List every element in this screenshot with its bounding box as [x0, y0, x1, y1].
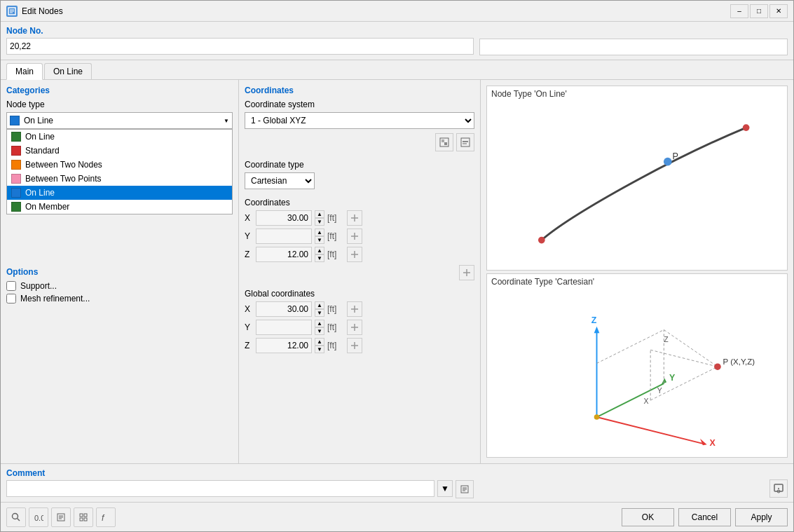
- svg-text:Z: Z: [664, 334, 669, 343]
- svg-point-56: [13, 513, 18, 519]
- dropdown-item-between-two-nodes[interactable]: Between Two Nodes: [7, 158, 232, 172]
- global-coord-z-spin-down[interactable]: ▼: [315, 346, 324, 353]
- global-coord-y-spin-up[interactable]: ▲: [315, 320, 324, 327]
- dropdown-item-between-two-points[interactable]: Between Two Points: [7, 172, 232, 186]
- coord-extra-action[interactable]: [459, 265, 474, 280]
- global-coord-x-spin-down[interactable]: ▼: [315, 309, 324, 317]
- coord-x-spin-up[interactable]: ▲: [315, 210, 324, 218]
- coord-type-select[interactable]: Cartesian: [245, 172, 315, 189]
- coord-system-row: 1 - Global XYZ: [245, 112, 474, 129]
- dropdown-item-on-member[interactable]: On Member: [7, 200, 232, 214]
- dropdown-item-label: On Line: [25, 188, 55, 198]
- coord-x-label: X: [245, 213, 253, 223]
- coord-y-spin-down[interactable]: ▼: [315, 236, 324, 244]
- toolbar-search-btn[interactable]: [6, 507, 26, 527]
- global-coord-y-input[interactable]: [256, 320, 312, 335]
- coord-type-label: Coordinate type: [245, 160, 474, 170]
- global-coord-z-label: Z: [245, 341, 253, 350]
- cartesian-diagram-title: Coordinate Type 'Cartesian': [487, 274, 787, 289]
- coord-z-spin-down[interactable]: ▼: [315, 254, 324, 262]
- mesh-refinement-checkbox[interactable]: [6, 294, 16, 303]
- global-coord-z-action[interactable]: [347, 338, 362, 353]
- coord-z-spin-up[interactable]: ▲: [315, 247, 324, 254]
- global-coord-z-input[interactable]: [256, 338, 312, 353]
- node-type-dropdown-wrapper: On Line ▼ On Line Standard: [6, 112, 233, 129]
- comment-input[interactable]: [6, 480, 434, 497]
- coord-x-action[interactable]: [347, 210, 362, 226]
- cartesian-svg: Z X Y: [487, 289, 787, 458]
- main-content: Categories Node type On Line ▼: [1, 80, 793, 463]
- right-comment-icon-btn[interactable]: [769, 479, 788, 498]
- coord-icon-btn-1[interactable]: [435, 133, 453, 151]
- cancel-button[interactable]: Cancel: [678, 508, 731, 526]
- toolbar-formula-btn[interactable]: f: [96, 507, 116, 527]
- minimize-button[interactable]: –: [730, 4, 748, 18]
- coord-x-spin-down[interactable]: ▼: [315, 218, 324, 226]
- node-no-input[interactable]: [6, 38, 474, 55]
- comment-icon-btn[interactable]: [456, 480, 474, 498]
- coord-y-input[interactable]: [256, 229, 312, 244]
- mesh-refinement-checkbox-item[interactable]: Mesh refinement...: [6, 294, 233, 303]
- dropdown-item-on-line-2[interactable]: On Line: [7, 186, 232, 200]
- coord-x-input[interactable]: [256, 210, 312, 226]
- svg-point-44: [714, 363, 721, 370]
- close-button[interactable]: ✕: [769, 4, 788, 18]
- coord-y-action[interactable]: [347, 229, 362, 244]
- coord-z-input[interactable]: [256, 247, 312, 262]
- node-no-right-input[interactable]: [479, 39, 788, 55]
- options-section: Options Support... Mesh refinement...: [6, 267, 233, 306]
- support-checkbox-item[interactable]: Support...: [6, 281, 233, 291]
- toolbar-value-btn[interactable]: 0.00: [29, 507, 48, 527]
- coordinates-title: Coordinates: [245, 86, 474, 95]
- mesh-refinement-label: Mesh refinement...: [20, 294, 90, 303]
- tab-on-line[interactable]: On Line: [44, 63, 92, 79]
- svg-text:f: f: [102, 513, 105, 522]
- global-coord-z-spin-up[interactable]: ▲: [315, 338, 324, 346]
- svg-point-43: [594, 414, 600, 420]
- node-type-dropdown[interactable]: On Line ▼: [6, 112, 233, 129]
- coord-system-select[interactable]: 1 - Global XYZ: [245, 112, 474, 129]
- maximize-button[interactable]: □: [750, 4, 768, 18]
- ok-button[interactable]: OK: [622, 508, 674, 526]
- coord-x-spinners: ▲ ▼: [315, 210, 324, 226]
- tab-main[interactable]: Main: [6, 63, 43, 80]
- svg-rect-8: [463, 141, 468, 142]
- bottom-toolbar: 0.00 f OK Cancel Apply: [1, 502, 793, 531]
- apply-button[interactable]: Apply: [735, 508, 788, 526]
- global-coord-y-spin-down[interactable]: ▼: [315, 327, 324, 335]
- on-line-diagram-canvas: P: [487, 102, 787, 270]
- toolbar-view-btn[interactable]: [74, 507, 93, 527]
- svg-text:0.00: 0.00: [34, 514, 43, 522]
- dropdown-item-on-line-1[interactable]: On Line: [7, 130, 232, 144]
- window-title: Edit Nodes: [22, 6, 726, 16]
- svg-text:Z: Z: [591, 315, 597, 325]
- node-type-label: Node type: [6, 100, 233, 109]
- dropdown-item-standard[interactable]: Standard: [7, 144, 232, 158]
- global-coords-label: Global coordinates: [245, 289, 474, 299]
- svg-rect-6: [444, 142, 447, 145]
- dropdown-arrow-icon: ▼: [224, 118, 229, 124]
- on-line-diagram-section: Node Type 'On Line' P: [486, 86, 788, 271]
- global-coord-x-input[interactable]: [256, 301, 312, 317]
- coord-z-action[interactable]: [347, 247, 362, 262]
- svg-rect-63: [80, 514, 83, 517]
- coord-z-unit: [ft]: [327, 250, 344, 259]
- global-coord-z-spinners: ▲ ▼: [315, 338, 324, 353]
- cartesian-diagram-canvas: Z X Y: [487, 289, 787, 458]
- svg-text:P (X,Y,Z): P (X,Y,Z): [723, 357, 755, 366]
- titlebar-icon: [6, 6, 18, 17]
- node-no-label: Node No.: [6, 26, 474, 36]
- coord-y-spin-up[interactable]: ▲: [315, 229, 324, 236]
- node-type-dropdown-value: On Line: [24, 116, 224, 125]
- toolbar-list-btn[interactable]: [51, 507, 71, 527]
- coord-icon-btn-2[interactable]: [456, 133, 474, 151]
- titlebar-controls: – □ ✕: [730, 4, 788, 18]
- global-coord-y-action[interactable]: [347, 320, 362, 335]
- global-coord-x-spin-up[interactable]: ▲: [315, 301, 324, 309]
- support-checkbox[interactable]: [6, 281, 16, 291]
- coord-y-unit: [ft]: [327, 231, 344, 241]
- global-coord-x-action[interactable]: [347, 301, 362, 317]
- coord-z-label: Z: [245, 250, 253, 259]
- comment-dropdown-btn[interactable]: ▼: [437, 480, 453, 497]
- coord-z-spinners: ▲ ▼: [315, 247, 324, 262]
